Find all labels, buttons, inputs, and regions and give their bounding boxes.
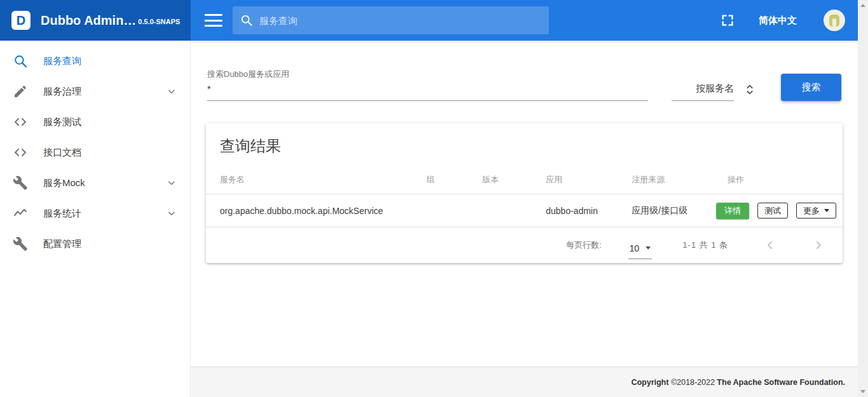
chevron-down-icon: [166, 208, 177, 219]
code-icon: [13, 114, 28, 130]
sidebar-item-service-governance[interactable]: 服务治理: [0, 76, 190, 107]
search-icon: [13, 53, 28, 69]
sidebar-item-label: 配置管理: [43, 238, 81, 250]
service-search-field[interactable]: 搜索Dubbo服务或应用: [207, 69, 648, 101]
code-icon: [13, 145, 28, 160]
app-title: Dubbo Admin…: [41, 13, 136, 28]
wrench-icon: [13, 175, 28, 191]
main-content: 搜索Dubbo服务或应用 按服务名 搜索 查询结果 服务名 组 版本 应用 注册…: [191, 41, 858, 367]
copyright-owner: The Apache Software Foundation.: [717, 378, 845, 387]
rows-per-page-value: 10: [630, 243, 640, 253]
service-search-form: 搜索Dubbo服务或应用 按服务名 搜索: [207, 69, 841, 101]
sidebar-item-service-test[interactable]: 服务测试: [0, 107, 190, 137]
scroll-down-arrow-icon[interactable]: [860, 390, 865, 393]
sidebar-item-label: 服务统计: [43, 208, 81, 220]
sidebar-item-api-docs[interactable]: 接口文档: [0, 137, 190, 168]
col-header-service: 服务名: [220, 174, 426, 185]
copyright-prefix: Copyright: [631, 378, 671, 387]
service-search-input[interactable]: [207, 83, 648, 94]
results-table-header: 服务名 组 版本 应用 注册来源 操作: [206, 165, 843, 194]
app-bar-right: 简体中文: [191, 0, 858, 41]
caret-down-icon: [646, 246, 651, 250]
chevron-left-icon: [764, 239, 776, 252]
dubbo-logo-icon: D: [11, 11, 31, 30]
col-header-application: 应用: [546, 174, 632, 185]
test-button[interactable]: 测试: [757, 203, 788, 219]
page-scrollbar[interactable]: [858, 0, 868, 397]
cell-registry-source: 应用级/接口级: [632, 205, 728, 217]
wrench-icon: [13, 236, 28, 252]
col-header-registry-source: 注册来源: [632, 174, 728, 185]
language-switch[interactable]: 简体中文: [759, 15, 797, 27]
fullscreen-icon[interactable]: [721, 13, 735, 27]
prev-page-button[interactable]: [764, 239, 776, 252]
sidebar-item-service-statistics[interactable]: 服务统计: [0, 198, 190, 229]
cell-operations: 详情 测试 更多: [716, 203, 836, 219]
unfold-more-icon[interactable]: [743, 82, 757, 97]
menu-icon[interactable]: [205, 14, 222, 27]
footer: Copyright ©2018-2022 The Apache Software…: [191, 367, 858, 397]
results-card: 查询结果 服务名 组 版本 应用 注册来源 操作 org.apache.dubb…: [206, 123, 843, 263]
detail-button[interactable]: 详情: [716, 203, 749, 219]
col-header-operations: 操作: [728, 174, 829, 185]
sidebar: 服务查询 服务治理 服务测试 接口文档 服务Mock: [0, 41, 191, 397]
search-filter-select[interactable]: 按服务名: [672, 83, 734, 101]
sidebar-item-label: 服务查询: [43, 55, 81, 67]
pagination-range: 1-1 共 1 条: [682, 239, 728, 251]
global-search-box[interactable]: [233, 6, 549, 34]
pencil-icon: [13, 84, 28, 99]
search-button[interactable]: 搜索: [781, 74, 841, 101]
copyright-years: ©2018-2022: [671, 378, 717, 387]
app-version: 0.5.0-SNAPS: [138, 18, 180, 25]
sidebar-item-label: 接口文档: [43, 147, 81, 159]
chevron-down-icon: [166, 177, 177, 189]
avatar-glyph-icon: [829, 15, 839, 27]
more-button[interactable]: 更多: [796, 203, 836, 219]
scroll-up-arrow-icon[interactable]: [860, 4, 865, 7]
rows-per-page-select[interactable]: 10: [628, 242, 653, 259]
more-button-label: 更多: [803, 205, 820, 217]
pagination: 每页行数: 10 1-1 共 1 条: [206, 227, 843, 263]
next-page-button[interactable]: [812, 239, 825, 252]
sidebar-item-label: 服务Mock: [43, 177, 85, 189]
cell-application: dubbo-admin: [546, 206, 632, 216]
chevron-right-icon: [812, 239, 825, 252]
chevron-down-icon: [166, 86, 177, 97]
sidebar-item-service-search[interactable]: 服务查询: [0, 46, 190, 76]
sidebar-item-config-management[interactable]: 配置管理: [0, 229, 190, 259]
app-bar: D Dubbo Admin… 0.5.0-SNAPS 简体中文: [0, 0, 858, 41]
cell-service-name: org.apache.dubbo.mock.api.MockService: [220, 206, 426, 216]
caret-down-icon: [824, 209, 829, 212]
sidebar-item-label: 服务测试: [43, 116, 81, 128]
sidebar-item-label: 服务治理: [43, 86, 81, 98]
search-icon: [240, 14, 253, 27]
results-title: 查询结果: [206, 123, 843, 165]
table-row: org.apache.dubbo.mock.api.MockService du…: [206, 194, 843, 227]
chart-line-icon: [13, 206, 28, 221]
brand-area: D Dubbo Admin… 0.5.0-SNAPS: [0, 0, 191, 41]
rows-per-page-label: 每页行数:: [566, 239, 602, 251]
global-search-input[interactable]: [259, 15, 541, 26]
col-header-version: 版本: [482, 174, 546, 185]
service-search-label: 搜索Dubbo服务或应用: [207, 69, 648, 80]
sidebar-item-service-mock[interactable]: 服务Mock: [0, 168, 190, 198]
col-header-group: 组: [426, 174, 482, 185]
avatar[interactable]: [824, 10, 845, 31]
